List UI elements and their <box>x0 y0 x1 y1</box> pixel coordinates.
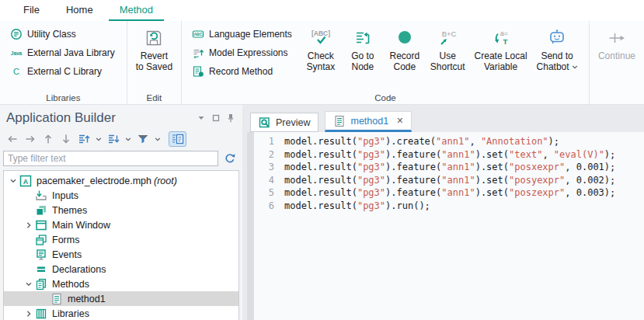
ribbon-button-record-method[interactable]: Record Method <box>188 63 296 79</box>
editor-tab-method1[interactable]: method1✕ <box>325 111 412 132</box>
line-number: 2 <box>254 148 274 162</box>
application-tree: Apacemaker_electrode.mph(root)InputsThem… <box>3 170 239 320</box>
chevron-down-icon <box>572 61 578 72</box>
ribbon-button-send-to-chatbot[interactable]: Send toChatbot <box>533 23 582 72</box>
tree-item-events[interactable]: Events <box>4 247 238 262</box>
filter-input[interactable] <box>3 151 218 166</box>
tree-item-methods[interactable]: Methods <box>4 277 238 291</box>
tree-item-forms[interactable]: Forms <box>4 232 238 247</box>
ribbon-button-check-syntax[interactable]: [ABC]CheckSyntax <box>301 23 341 72</box>
tree-item-main-window[interactable]: Main Window <box>4 217 238 232</box>
goto-node-icon <box>353 28 373 48</box>
editor-tab-label: Preview <box>276 117 310 128</box>
ribbon-button-go-to-node[interactable]: Go toNode <box>343 23 383 72</box>
panel-float-icon[interactable] <box>212 114 220 122</box>
tree-item-inputs[interactable]: Inputs <box>4 188 238 203</box>
ribbon-button-use-shortcut[interactable]: B+CUseShortcut <box>426 23 469 72</box>
language-elements-icon: ABC <box>192 28 204 40</box>
ribbon-button-label: Continue <box>598 50 635 61</box>
chevron-down-icon[interactable] <box>155 136 161 142</box>
ribbon-button-create-local-variable[interactable]: a=TCreate LocalVariable <box>471 23 531 72</box>
tree-expanded-chevron-icon[interactable] <box>7 177 19 185</box>
move-down-icon[interactable] <box>60 133 72 145</box>
tree-item-method1[interactable]: method1 <box>4 291 238 306</box>
ribbon-button-external-c-library[interactable]: CExternal C Library <box>6 63 119 79</box>
panel-header: Application Builder <box>0 105 242 126</box>
tree-item-label: Main Window <box>52 220 110 231</box>
code-line: model.result("pg3").feature("ann1").set(… <box>284 186 615 200</box>
tree-item-label: Declarations <box>52 264 106 275</box>
nav-back-icon[interactable] <box>6 133 19 145</box>
ribbon-button-label: Send toChatbot <box>537 50 578 72</box>
ribbon-button-label: UseShortcut <box>430 50 465 72</box>
ribbon-button-label: Revertto Saved <box>136 50 172 72</box>
list-move-down-icon[interactable] <box>107 133 120 145</box>
filter-row <box>0 151 242 170</box>
editor-tabbar: Previewmethod1✕ <box>247 105 644 132</box>
menu-tab-method[interactable]: Method <box>109 0 164 21</box>
tree-item-pacemaker-electrode-mph[interactable]: Apacemaker_electrode.mph(root) <box>4 173 238 188</box>
tree-item-label: Forms <box>52 235 79 245</box>
nav-forward-icon[interactable] <box>24 133 37 145</box>
toolbar-toggle-model-builder-toggle-icon[interactable] <box>169 131 186 147</box>
ribbon-group-continue: Continue <box>589 21 644 104</box>
panel-toolbar <box>0 126 242 151</box>
application-builder-panel: Application Builder Apacemaker_electrode… <box>0 105 242 320</box>
list-move-up-icon[interactable] <box>78 133 90 145</box>
themes-icon <box>35 204 47 217</box>
menu-tab-file[interactable]: File <box>12 0 50 21</box>
ribbon-button-label: CheckSyntax <box>307 50 336 72</box>
refresh-icon[interactable] <box>224 152 236 165</box>
method-doc-icon <box>50 293 63 305</box>
menu-tab-home[interactable]: Home <box>55 0 104 21</box>
ribbon-button-language-elements[interactable]: ABCLanguage Elements <box>188 26 296 42</box>
ribbon-button-continue[interactable]: Continue <box>594 23 639 61</box>
line-number: 6 <box>254 200 274 213</box>
tree-item-label: Inputs <box>52 190 78 201</box>
filter-icon[interactable] <box>137 133 149 145</box>
svg-text:a=: a= <box>194 54 199 58</box>
panel-pin-icon[interactable] <box>227 113 235 123</box>
events-icon <box>35 249 47 261</box>
tree-collapsed-chevron-icon[interactable] <box>23 221 35 229</box>
tree-collapsed-chevron-icon[interactable] <box>23 310 35 318</box>
ribbon-button-record-code[interactable]: RecordCode <box>385 23 425 72</box>
forms-icon <box>35 234 47 246</box>
tree-item-label: Events <box>52 249 82 260</box>
chevron-down-icon[interactable] <box>125 136 131 142</box>
ribbon-button-model-expressions[interactable]: a=Model Expressions <box>188 44 296 61</box>
ribbon-button-revert-to-saved[interactable]: Revertto Saved <box>132 23 176 72</box>
ribbon-button-label: RecordCode <box>390 50 420 72</box>
ribbon-button-label: Create LocalVariable <box>475 50 527 72</box>
panel-title: Application Builder <box>6 110 197 126</box>
tree-item-themes[interactable]: Themes <box>4 203 238 217</box>
utility-class-icon <box>10 28 23 40</box>
svg-text:[ABC]: [ABC] <box>312 30 330 37</box>
libraries-icon <box>35 308 47 320</box>
tree-expanded-chevron-icon[interactable] <box>23 280 35 288</box>
code-editor[interactable]: 123456 model.result("pg3").create("ann1"… <box>247 132 644 320</box>
ribbon: Utility ClassJavaExternal Java LibraryCE… <box>0 21 644 105</box>
chevron-down-icon[interactable] <box>96 136 102 142</box>
inputs-icon <box>35 190 47 202</box>
close-icon[interactable]: ✕ <box>396 116 403 126</box>
record-method-icon <box>192 65 204 78</box>
code-line: model.result("pg3").feature("ann1").set(… <box>284 174 615 187</box>
ribbon-button-external-java-library[interactable]: JavaExternal Java Library <box>6 44 119 61</box>
panel-menu-icon[interactable] <box>197 114 205 122</box>
tree-item-libraries[interactable]: Libraries <box>4 306 238 320</box>
breakpoint-gutter[interactable] <box>247 132 254 320</box>
move-up-icon[interactable] <box>42 133 54 145</box>
method-doc-icon <box>333 115 346 127</box>
panel-window-icons <box>197 113 235 123</box>
menu-tabbar: FileHomeMethod <box>0 0 644 21</box>
editor-tab-preview[interactable]: Preview <box>250 113 319 132</box>
code-content[interactable]: model.result("pg3").create("ann1", "Anno… <box>274 132 615 320</box>
ribbon-button-utility-class[interactable]: Utility Class <box>6 26 119 42</box>
tree-item-label: Libraries <box>52 308 89 319</box>
ribbon-button-label: Language Elements <box>209 29 292 40</box>
chatbot-icon <box>547 28 567 48</box>
ribbon-group-label: Libraries <box>0 93 127 103</box>
application-window: FileHomeMethod Utility ClassJavaExternal… <box>0 0 644 320</box>
tree-item-declarations[interactable]: Declarations <box>4 262 238 277</box>
